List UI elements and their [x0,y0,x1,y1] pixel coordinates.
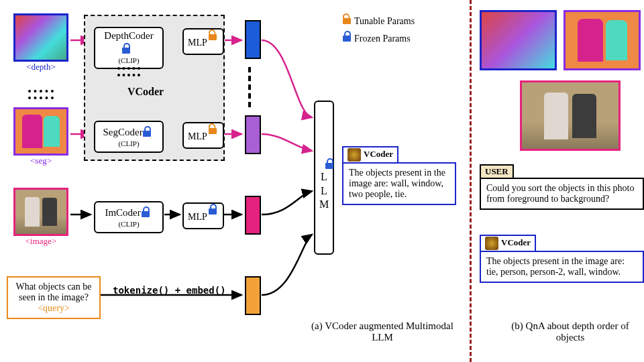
rgb-image [13,188,68,236]
avatar-icon [485,237,498,250]
query-token [245,276,261,315]
seg-input: <seg> [13,107,68,166]
segcoder-box: SegCoder (CLIP) [94,121,164,153]
query-label: <query> [38,303,70,313]
lock-icon [208,123,217,134]
vcoder-output-a: VCoder The objects present in the image … [342,146,456,205]
depthcoder-name: DepthCoder [104,30,153,41]
seg-image-b [564,10,641,70]
input-ellipsis [28,90,54,93]
mlp-label: MLP [188,212,207,222]
lock-icon [342,31,352,42]
user-text-b: Could you sort the objects in this photo… [480,178,644,210]
depth-image [13,13,68,62]
tokenize-label: tokenize() + embed() [113,285,226,296]
segcoder-name: SegCoder [103,127,143,137]
seg-image [13,107,68,156]
depth-mlp: MLP [182,28,224,55]
vcoder-reply-a: The objects present in the image are: wa… [342,162,456,205]
panel-separator [470,0,472,362]
depth-input: <depth> [13,13,68,72]
segcoder-sub: (CLIP) [118,139,139,147]
input-ellipsis-2 [28,97,54,99]
seg-token [245,115,261,154]
lock-icon [325,158,334,169]
imcoder-sub: (CLIP) [118,220,139,228]
token-ellipsis [248,67,258,107]
depthcoder-sub: (CLIP) [118,56,139,64]
img-mlp: MLP [182,202,224,229]
mlp-label: MLP [188,38,207,48]
depthcoder-box: DepthCoder (CLIP) [94,27,164,69]
lock-icon [121,43,131,54]
image-label: <image> [13,236,68,247]
avatar-icon [347,148,361,162]
user-tag: USER [485,166,508,176]
depth-label: <depth> [13,62,68,72]
imcoder-name: ImCoder [105,207,140,218]
lock-icon [141,206,150,217]
seg-mlp: MLP [182,122,224,149]
rgb-image-b [520,80,621,151]
legend: Tunable Params Frozen Params [342,13,415,44]
query-text: What objects can be seen in the image? [15,282,91,302]
caption-b: (b) QnA about depth order of objects [496,320,644,343]
legend-frozen: Frozen Params [354,34,411,44]
caption-a: (a) VCoder augmented Multimodal LLM [305,320,460,343]
depth-image-b [480,10,557,70]
image-input: <image> [13,188,68,247]
imcoder-box: ImCoder (CLIP) [94,201,164,233]
vcoder-output-b: VCoder The objects present in the image … [480,235,644,283]
vcoder-reply-b: The objects present in the image are: ti… [480,251,644,283]
coder-ellipsis [117,67,140,70]
seg-label: <seg> [13,156,68,166]
mlp-label: MLP [188,131,207,141]
image-token [245,196,261,235]
user-question-b: USER Could you sort the objects in this … [480,164,644,210]
query-box: What objects can be seen in the image? <… [7,276,101,319]
lock-icon [208,204,217,215]
depth-token [245,20,261,59]
vcoder-tag-b: VCoder [501,237,531,247]
lock-icon [208,29,217,40]
coder-ellipsis-2 [117,74,140,76]
vcoder-label: VCoder [127,86,164,98]
vcoder-tag: VCoder [364,149,393,159]
legend-tunable: Tunable Params [354,16,415,26]
llm-box: LLM [314,101,334,255]
lock-icon [142,126,152,137]
lock-icon [342,13,352,24]
